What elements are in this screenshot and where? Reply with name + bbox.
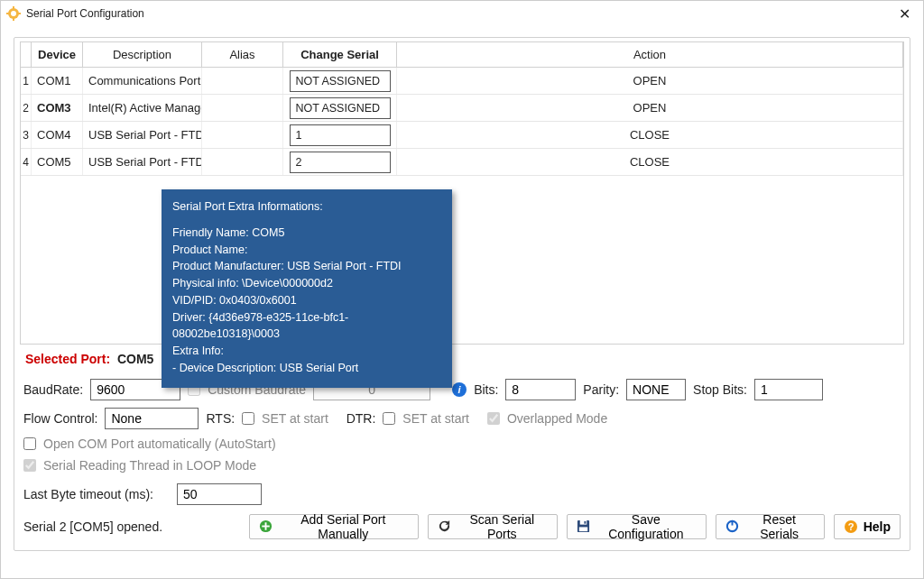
device-cell: COM4 <box>32 122 83 148</box>
row-index: 2 <box>21 95 32 121</box>
table-row[interactable]: 3COM4USB Serial Port - FTDI1CLOSE <box>21 122 903 149</box>
main-panel: Device Description Alias Change Serial A… <box>14 37 910 551</box>
timeout-input[interactable] <box>177 483 262 505</box>
autostart-checkbox[interactable] <box>23 437 36 450</box>
svg-rect-14 <box>731 520 733 526</box>
help-icon: ? <box>844 519 858 534</box>
change-serial-field[interactable]: NOT ASSIGNED <box>290 97 391 119</box>
svg-rect-12 <box>584 521 586 524</box>
timeout-label: Last Byte timeout (ms): <box>23 487 153 501</box>
device-cell: COM5 <box>32 149 83 175</box>
port-info-tooltip: Serial Port Extra Informations: Friendly… <box>162 189 452 388</box>
stopbits-label: Stop Bits: <box>693 382 747 397</box>
action-link[interactable]: OPEN <box>633 101 667 115</box>
description-cell: Intel(R) Active Manager <box>83 95 202 121</box>
dtr-checkbox[interactable] <box>383 412 395 425</box>
svg-rect-8 <box>262 526 269 528</box>
autostart-label: Open COM Port automatically (AutoStart) <box>43 437 276 451</box>
overlapped-label: Overlapped Mode <box>507 411 607 426</box>
selected-port-label: Selected Port: <box>25 352 110 366</box>
change-serial-cell: NOT ASSIGNED <box>283 68 397 94</box>
action-cell: OPEN <box>397 95 903 121</box>
svg-rect-11 <box>579 527 587 531</box>
header-action[interactable]: Action <box>397 42 903 67</box>
row-index: 1 <box>21 68 32 94</box>
tooltip-line: Friendly Name: COM5 <box>172 225 441 242</box>
titlebar: Serial Port Configuration ✕ <box>1 1 923 26</box>
status-line: Selected Port: COM5 Status: COM5 opened … <box>20 345 904 370</box>
parity-input[interactable] <box>626 379 686 400</box>
tooltip-line: Driver: {4d36e978-e325-11ce-bfc1-08002be… <box>172 309 441 344</box>
header-device[interactable]: Device <box>32 42 83 67</box>
close-icon[interactable]: ✕ <box>892 5 918 23</box>
action-link[interactable]: OPEN <box>633 74 667 87</box>
tooltip-line: VID/PID: 0x0403/0x6001 <box>172 292 441 309</box>
tooltip-line: Extra Info: <box>172 343 441 360</box>
tooltip-line: Physical info: \Device\000000d2 <box>172 275 441 292</box>
header-change-serial[interactable]: Change Serial <box>283 42 397 67</box>
dtr-option: SET at start <box>402 411 469 426</box>
device-cell: COM1 <box>32 68 83 94</box>
table-row[interactable]: 1COM1Communications Port -NOT ASSIGNEDOP… <box>21 68 903 95</box>
description-cell: USB Serial Port - FTDI <box>83 149 202 175</box>
button-label: Scan Serial Ports <box>457 512 548 541</box>
plus-icon <box>259 519 273 534</box>
overlapped-checkbox[interactable] <box>487 412 500 425</box>
header-description[interactable]: Description <box>83 42 202 67</box>
rts-label: RTS: <box>206 411 235 426</box>
header-index <box>21 42 32 67</box>
svg-rect-3 <box>13 18 14 21</box>
button-label: Reset Serials <box>744 512 815 541</box>
change-serial-cell: 1 <box>283 122 397 148</box>
change-serial-field[interactable]: 1 <box>290 124 391 146</box>
button-label: Save Configuration <box>596 512 697 541</box>
reset-icon <box>725 519 739 534</box>
change-serial-cell: NOT ASSIGNED <box>283 95 397 121</box>
baudrate-label: BaudRate: <box>23 382 83 397</box>
alias-cell <box>202 95 283 121</box>
flow-control-input[interactable] <box>105 408 199 429</box>
table-row[interactable]: 4COM5USB Serial Port - FTDI2CLOSE <box>21 149 903 176</box>
tooltip-line: Product Manufacturer: USB Serial Port - … <box>172 258 441 275</box>
button-label: Help <box>864 519 891 534</box>
row-index: 4 <box>21 149 32 175</box>
change-serial-field[interactable]: 2 <box>290 152 391 173</box>
info-icon[interactable]: i <box>452 382 467 397</box>
alias-cell <box>202 122 283 148</box>
loop-mode-checkbox[interactable] <box>23 459 36 472</box>
add-serial-port-button[interactable]: Add Serial Port Manually <box>249 514 419 539</box>
change-serial-field[interactable]: NOT ASSIGNED <box>290 70 391 92</box>
svg-rect-5 <box>18 13 21 14</box>
bits-label: Bits: <box>474 382 498 397</box>
window-title: Serial Port Configuration <box>26 7 144 20</box>
rts-checkbox[interactable] <box>242 412 254 425</box>
selected-port-value: COM5 <box>117 352 153 366</box>
flow-control-label: Flow Control: <box>23 411 97 426</box>
help-button[interactable]: ? Help <box>834 514 901 539</box>
loop-mode-label: Serial Reading Thread in LOOP Mode <box>43 458 256 473</box>
reset-serials-button[interactable]: Reset Serials <box>716 514 825 539</box>
port-grid: Device Description Alias Change Serial A… <box>20 41 904 345</box>
svg-rect-4 <box>6 13 9 14</box>
action-link[interactable]: CLOSE <box>630 155 670 169</box>
svg-point-1 <box>11 11 16 16</box>
save-configuration-button[interactable]: Save Configuration <box>567 514 707 539</box>
action-cell: CLOSE <box>397 122 903 148</box>
stopbits-input[interactable] <box>754 379 823 400</box>
description-cell: USB Serial Port - FTDI <box>83 122 202 148</box>
app-icon <box>6 6 21 21</box>
svg-text:?: ? <box>847 521 854 532</box>
button-label: Add Serial Port Manually <box>278 512 409 541</box>
dtr-label: DTR: <box>346 411 376 426</box>
table-row[interactable]: 2COM3Intel(R) Active ManagerNOT ASSIGNED… <box>21 95 903 122</box>
row-index: 3 <box>21 122 32 148</box>
header-alias[interactable]: Alias <box>202 42 283 67</box>
tooltip-line: - Device Description: USB Serial Port <box>172 360 441 377</box>
action-link[interactable]: CLOSE <box>630 128 670 142</box>
description-cell: Communications Port - <box>83 68 202 94</box>
bits-input[interactable] <box>505 379 576 400</box>
serial-port-config-window: Serial Port Configuration ✕ Device Descr… <box>0 0 924 579</box>
scan-serial-ports-button[interactable]: Scan Serial Ports <box>428 514 558 539</box>
rts-option: SET at start <box>262 411 328 426</box>
action-cell: OPEN <box>397 68 903 94</box>
